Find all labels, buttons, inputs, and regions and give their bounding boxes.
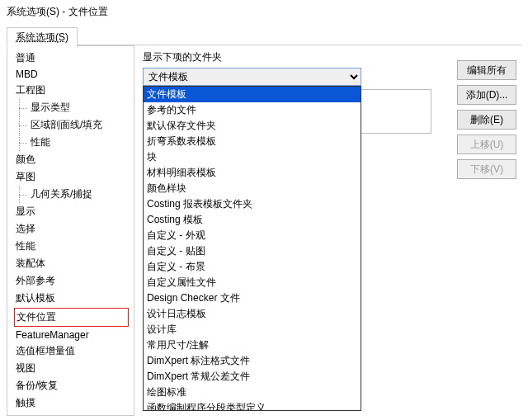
tree-item[interactable]: 默认模板 <box>7 290 134 307</box>
tree-item[interactable]: FeatureManager <box>7 328 134 342</box>
tree-item[interactable]: MBD <box>7 67 134 82</box>
dropdown-item[interactable]: 自定义 - 布景 <box>144 259 361 275</box>
button-column: 编辑所有 添加(D)... 删除(E) 上移(U) 下移(V) <box>457 60 516 179</box>
tree-item[interactable]: 草图 <box>7 168 134 186</box>
tree-item[interactable]: 颜色 <box>7 151 134 168</box>
dropdown-item[interactable]: Costing 报表模板文件夹 <box>144 196 361 212</box>
tree-item[interactable]: 工程图 <box>7 82 134 99</box>
dropdown-item[interactable]: 材料明细表模板 <box>144 165 361 181</box>
folder-type-select[interactable]: 文件模板 <box>143 68 361 86</box>
tab-row: 系统选项(S) <box>7 27 521 45</box>
window-title: 系统选项(S) - 文件位置 <box>0 0 528 24</box>
tree-item[interactable]: 异型孔向导/Toolbox <box>7 412 134 416</box>
tree-item[interactable]: 性能 <box>7 134 134 151</box>
tree-item[interactable]: 几何关系/捕捉 <box>7 186 134 203</box>
dropdown-item[interactable]: 设计日志模板 <box>144 306 361 322</box>
tree-item[interactable]: 视图 <box>7 360 134 377</box>
delete-button[interactable]: 删除(E) <box>457 110 516 130</box>
main: 普通MBD工程图显示类型区域剖面线/填充性能颜色草图几何关系/捕捉显示选择性能装… <box>7 45 521 416</box>
dropdown-item[interactable]: 参考的文件 <box>144 102 361 118</box>
tab-system-options[interactable]: 系统选项(S) <box>7 27 78 48</box>
move-down-button: 下移(V) <box>457 159 516 179</box>
dropdown-item[interactable]: 文件模板 <box>144 87 361 102</box>
tree-item[interactable]: 显示类型 <box>7 99 134 116</box>
add-button[interactable]: 添加(D)... <box>457 85 516 105</box>
dropdown-item[interactable]: 自定义属性文件 <box>144 275 361 290</box>
tree-item[interactable]: 性能 <box>7 238 134 255</box>
dropdown-item[interactable]: 绘图标准 <box>144 385 361 400</box>
tree-item[interactable]: 选择 <box>7 220 134 238</box>
tree-item[interactable]: 外部参考 <box>7 272 134 290</box>
tree-item-file-locations[interactable]: 文件位置 <box>14 308 129 327</box>
tree-item[interactable]: 触摸 <box>7 394 134 412</box>
folder-type-combo[interactable]: 文件模板 文件模板参考的文件默认保存文件夹折弯系数表模板块材料明细表模板颜色样块… <box>143 68 361 86</box>
tree-item[interactable]: 选值框增量值 <box>7 342 134 360</box>
dropdown-item[interactable]: 设计库 <box>144 322 361 337</box>
dropdown-item[interactable]: 函数编制程序分段类型定义 <box>144 400 361 411</box>
tree-item[interactable]: 区域剖面线/填充 <box>7 116 134 134</box>
dropdown-item[interactable]: 自定义 - 外观 <box>144 228 361 243</box>
right-pane: 显示下项的文件夹 文件模板 文件模板参考的文件默认保存文件夹折弯系数表模板块材料… <box>134 45 521 416</box>
dropdown-item[interactable]: 自定义 - 贴图 <box>144 243 361 259</box>
dropdown-item[interactable]: DimXpert 标注格式文件 <box>144 353 361 369</box>
dropdown-item[interactable]: 默认保存文件夹 <box>144 118 361 134</box>
tree-item[interactable]: 备份/恢复 <box>7 377 134 394</box>
dropdown-item[interactable]: Design Checker 文件 <box>144 290 361 306</box>
dropdown-item[interactable]: DimXpert 常规公差文件 <box>144 369 361 385</box>
dropdown-item[interactable]: 块 <box>144 149 361 165</box>
dropdown-item[interactable]: 折弯系数表模板 <box>144 134 361 149</box>
tree-item[interactable]: 显示 <box>7 203 134 220</box>
folder-type-dropdown[interactable]: 文件模板参考的文件默认保存文件夹折弯系数表模板块材料明细表模板颜色样块Costi… <box>143 86 361 411</box>
tree-item[interactable]: 普通 <box>7 50 134 67</box>
dropdown-item[interactable]: 常用尺寸/注解 <box>144 337 361 353</box>
dropdown-item[interactable]: 颜色样块 <box>144 181 361 196</box>
tree-item[interactable]: 装配体 <box>7 255 134 272</box>
edit-all-button[interactable]: 编辑所有 <box>457 60 516 80</box>
dropdown-item[interactable]: Costing 模板 <box>144 212 361 228</box>
move-up-button: 上移(U) <box>457 134 516 154</box>
category-tree[interactable]: 普通MBD工程图显示类型区域剖面线/填充性能颜色草图几何关系/捕捉显示选择性能装… <box>7 45 134 416</box>
